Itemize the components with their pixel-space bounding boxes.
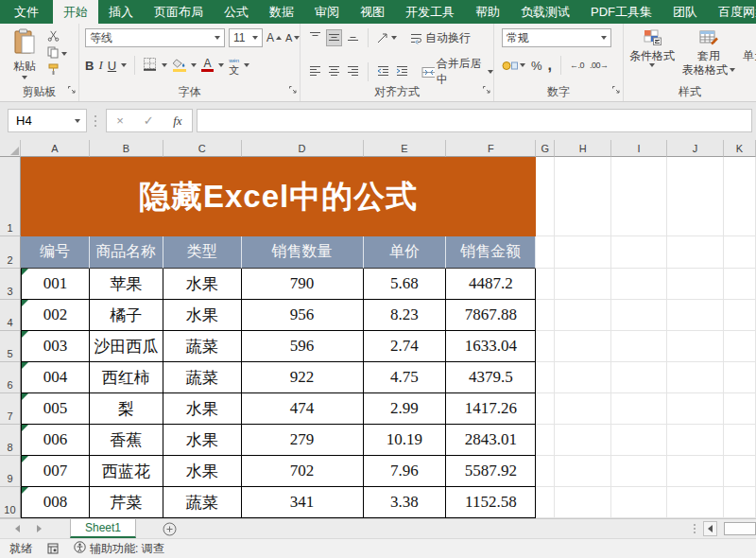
- conditional-formatting-button[interactable]: 条件格式: [627, 27, 677, 77]
- increase-indent-button[interactable]: [395, 64, 409, 79]
- tab-4[interactable]: 公式: [214, 0, 259, 24]
- empty-cell[interactable]: [536, 157, 555, 236]
- cell[interactable]: 003: [21, 331, 90, 362]
- hscroll-thumb[interactable]: [724, 522, 756, 535]
- empty-cell[interactable]: [667, 300, 724, 331]
- cell[interactable]: 水果: [163, 300, 242, 331]
- formula-bar-splitter[interactable]: [94, 114, 97, 131]
- tab-1[interactable]: 开始: [53, 0, 98, 24]
- empty-cell[interactable]: [724, 362, 756, 393]
- cell[interactable]: 芹菜: [90, 487, 163, 518]
- tab-8[interactable]: 开发工具: [395, 0, 465, 24]
- empty-cell[interactable]: [555, 157, 611, 236]
- empty-cell[interactable]: [724, 487, 756, 518]
- empty-cell[interactable]: [667, 393, 724, 425]
- column-header-E[interactable]: E: [364, 140, 447, 157]
- empty-cell[interactable]: [555, 362, 611, 393]
- cell[interactable]: 梨: [90, 393, 163, 425]
- row-header-8[interactable]: 8: [0, 425, 21, 456]
- accessibility-status[interactable]: 辅助功能: 调查: [74, 541, 164, 557]
- cell[interactable]: 蔬菜: [163, 362, 242, 393]
- empty-cell[interactable]: [667, 425, 724, 456]
- tab-12[interactable]: 团队: [662, 0, 708, 24]
- macro-record-button[interactable]: [47, 543, 59, 554]
- decrease-font-button[interactable]: A: [285, 32, 300, 44]
- name-box[interactable]: H4: [8, 109, 87, 132]
- next-sheet-arrow-icon[interactable]: [37, 525, 42, 532]
- row-header-10[interactable]: 10: [0, 487, 21, 518]
- tab-6[interactable]: 审阅: [304, 0, 350, 24]
- empty-cell[interactable]: [555, 331, 611, 362]
- cell[interactable]: 596: [242, 331, 364, 362]
- cell[interactable]: 279: [242, 425, 364, 456]
- increase-decimal-button[interactable]: ←.0: [570, 61, 584, 70]
- cell[interactable]: 2843.01: [446, 425, 536, 456]
- empty-cell[interactable]: [611, 157, 667, 236]
- header-cell-1[interactable]: 商品名称: [90, 236, 163, 269]
- italic-button[interactable]: I: [98, 58, 102, 73]
- cell[interactable]: 4379.5: [446, 362, 536, 393]
- empty-cell[interactable]: [611, 425, 667, 456]
- tab-10[interactable]: 负载测试: [510, 0, 580, 24]
- cell[interactable]: 008: [21, 487, 90, 518]
- cell[interactable]: 蔬菜: [163, 487, 242, 518]
- empty-cell[interactable]: [667, 456, 724, 487]
- cell[interactable]: 橘子: [90, 300, 163, 331]
- hscroll-left-button[interactable]: [703, 521, 717, 536]
- fill-color-button[interactable]: [172, 59, 186, 72]
- accounting-format-button[interactable]: [502, 60, 525, 72]
- cell[interactable]: 3.38: [364, 487, 447, 518]
- cell[interactable]: 7.96: [364, 456, 447, 487]
- column-header-J[interactable]: J: [667, 140, 724, 157]
- empty-cell[interactable]: [667, 157, 724, 236]
- cell[interactable]: 水果: [163, 456, 242, 487]
- empty-cell[interactable]: [611, 456, 667, 487]
- cell[interactable]: 4.75: [364, 362, 447, 393]
- wrap-text-button[interactable]: 自动换行: [409, 30, 471, 46]
- cell[interactable]: 沙田西瓜: [90, 331, 163, 362]
- empty-cell[interactable]: [536, 362, 555, 393]
- new-sheet-button[interactable]: [163, 522, 177, 536]
- cell[interactable]: 005: [21, 393, 90, 425]
- align-left-button[interactable]: [308, 64, 322, 79]
- font-color-dropdown-icon[interactable]: [218, 63, 224, 67]
- font-name-select[interactable]: 等线: [85, 28, 225, 47]
- cell[interactable]: 922: [242, 362, 364, 393]
- tab-7[interactable]: 视图: [350, 0, 395, 24]
- tab-3[interactable]: 页面布局: [144, 0, 214, 24]
- cell[interactable]: 2.74: [364, 331, 447, 362]
- paste-button[interactable]: 粘贴: [6, 28, 43, 79]
- borders-button[interactable]: [143, 57, 157, 74]
- cell[interactable]: 水果: [163, 393, 242, 425]
- empty-cell[interactable]: [611, 269, 667, 300]
- cell[interactable]: 7867.88: [446, 300, 536, 331]
- cell[interactable]: 790: [242, 269, 364, 300]
- empty-cell[interactable]: [555, 425, 611, 456]
- cell[interactable]: 水果: [163, 269, 242, 300]
- empty-cell[interactable]: [724, 236, 756, 269]
- cell[interactable]: 341: [242, 487, 364, 518]
- column-header-G[interactable]: G: [536, 140, 555, 157]
- empty-cell[interactable]: [555, 393, 611, 425]
- fill-dropdown-icon[interactable]: [191, 63, 197, 67]
- empty-cell[interactable]: [536, 456, 555, 487]
- cell[interactable]: 8.23: [364, 300, 447, 331]
- empty-cell[interactable]: [536, 300, 555, 331]
- empty-cell[interactable]: [536, 236, 555, 269]
- borders-dropdown-icon[interactable]: [162, 63, 167, 67]
- cell[interactable]: 002: [21, 300, 90, 331]
- align-top-button[interactable]: [308, 30, 322, 45]
- row-header-3[interactable]: 3: [0, 269, 21, 300]
- alignment-dialog-launcher[interactable]: [482, 84, 491, 97]
- cell[interactable]: 5587.92: [446, 456, 536, 487]
- cell[interactable]: 水果: [163, 425, 242, 456]
- cell[interactable]: 474: [242, 393, 364, 425]
- empty-cell[interactable]: [724, 425, 756, 456]
- orientation-button[interactable]: [376, 32, 397, 44]
- empty-cell[interactable]: [667, 269, 724, 300]
- header-cell-3[interactable]: 销售数量: [242, 236, 364, 269]
- scrollbar-splitter[interactable]: [693, 523, 696, 534]
- empty-cell[interactable]: [536, 331, 555, 362]
- tab-9[interactable]: 帮助: [465, 0, 510, 24]
- empty-cell[interactable]: [667, 236, 724, 269]
